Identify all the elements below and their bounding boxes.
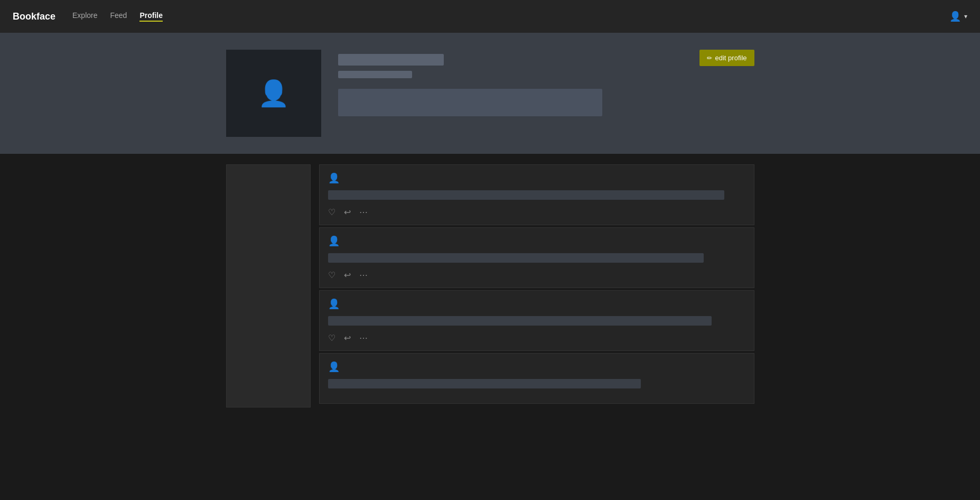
- user-icon: 👤: [949, 11, 961, 22]
- post-card: 👤 ♡ ↩ ⋯: [319, 290, 754, 351]
- nav-links: Explore Feed Profile: [72, 11, 163, 22]
- profile-header-inner: 👤 ✏ edit profile: [226, 50, 754, 137]
- pencil-icon: ✏: [707, 54, 712, 62]
- post-user-icon: 👤: [328, 172, 340, 184]
- like-icon[interactable]: ♡: [328, 333, 335, 343]
- like-icon[interactable]: ♡: [328, 207, 335, 217]
- post-user-row: 👤: [328, 361, 745, 373]
- profile-avatar: 👤: [226, 50, 321, 137]
- edit-profile-button[interactable]: ✏ edit profile: [699, 50, 754, 66]
- navbar: Bookface Explore Feed Profile 👤 ▾: [0, 0, 980, 33]
- post-user-icon: 👤: [328, 298, 340, 310]
- post-actions: ♡ ↩ ⋯: [328, 270, 745, 280]
- nav-user-menu[interactable]: 👤 ▾: [949, 11, 967, 22]
- post-content-bar: [328, 379, 641, 388]
- nav-link-feed[interactable]: Feed: [110, 11, 127, 22]
- sidebar: [226, 164, 311, 408]
- profile-name-placeholder: [338, 54, 444, 66]
- comment-icon[interactable]: ↩: [344, 333, 351, 343]
- post-user-row: 👤: [328, 235, 745, 247]
- post-user-icon: 👤: [328, 361, 340, 373]
- post-content-bar: [328, 190, 725, 200]
- nav-link-profile[interactable]: Profile: [139, 11, 163, 22]
- nav-brand: Bookface: [13, 11, 55, 22]
- post-actions: ♡ ↩ ⋯: [328, 207, 745, 217]
- user-menu-caret: ▾: [964, 13, 967, 20]
- profile-info: [338, 50, 754, 116]
- feed: 👤 ♡ ↩ ⋯ 👤 ♡ ↩ ⋯: [319, 164, 754, 408]
- post-card: 👤 ♡ ↩ ⋯: [319, 164, 754, 225]
- post-actions: ♡ ↩ ⋯: [328, 333, 745, 343]
- share-icon[interactable]: ⋯: [359, 333, 368, 343]
- comment-icon[interactable]: ↩: [344, 270, 351, 280]
- share-icon[interactable]: ⋯: [359, 270, 368, 280]
- nav-link-explore[interactable]: Explore: [72, 11, 97, 22]
- main-content: 👤 ♡ ↩ ⋯ 👤 ♡ ↩ ⋯: [226, 154, 754, 418]
- edit-profile-label: edit profile: [715, 54, 747, 62]
- comment-icon[interactable]: ↩: [344, 207, 351, 217]
- post-content-bar: [328, 253, 704, 263]
- like-icon[interactable]: ♡: [328, 270, 335, 280]
- profile-sub-placeholder: [338, 71, 412, 78]
- profile-header: 👤 ✏ edit profile: [0, 33, 980, 154]
- avatar-user-icon: 👤: [258, 79, 290, 108]
- post-content-bar: [328, 316, 712, 326]
- profile-bio-placeholder: [338, 89, 602, 116]
- post-card: 👤 ♡ ↩ ⋯: [319, 227, 754, 288]
- share-icon[interactable]: ⋯: [359, 207, 368, 217]
- post-user-icon: 👤: [328, 235, 340, 247]
- post-card: 👤: [319, 353, 754, 404]
- post-user-row: 👤: [328, 298, 745, 310]
- post-user-row: 👤: [328, 172, 745, 184]
- sidebar-panel: [226, 164, 311, 408]
